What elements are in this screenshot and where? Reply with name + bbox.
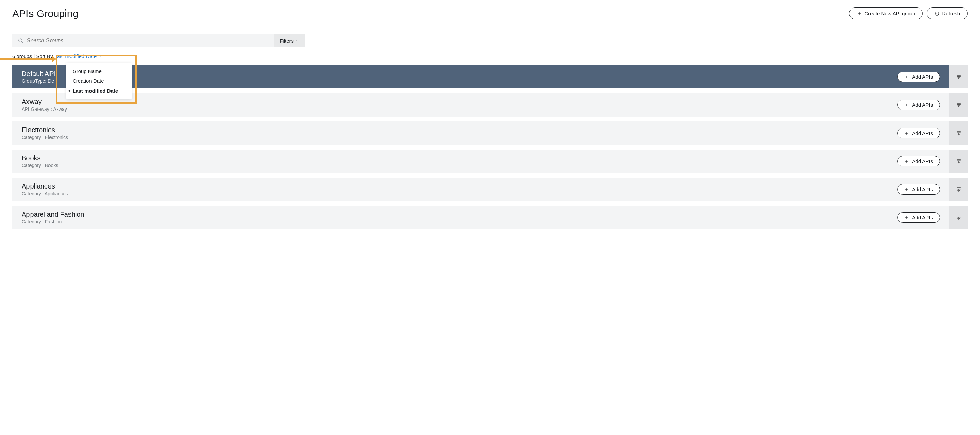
add-apis-button[interactable]: Add APIs [897, 212, 940, 223]
sort-current: Last modified Date [54, 53, 97, 59]
row-action-button[interactable] [950, 178, 968, 201]
sort-row: 6 groups | Sort By Last modified Date Gr… [12, 53, 968, 59]
group-title: Axway [22, 98, 67, 106]
create-group-label: Create New API group [864, 11, 915, 16]
sort-option[interactable]: Group Name [67, 66, 132, 76]
group-text: AppliancesCategory : Appliances [22, 182, 68, 196]
search-row: Filters [12, 34, 305, 47]
group-title: Electronics [22, 126, 68, 134]
plus-icon [904, 187, 909, 192]
expand-down-icon [955, 102, 962, 108]
sort-option[interactable]: Last modified Date [67, 86, 132, 96]
add-apis-button[interactable]: Add APIs [897, 72, 940, 82]
plus-icon [857, 11, 862, 16]
group-row[interactable]: AppliancesCategory : AppliancesAdd APIs [12, 178, 968, 201]
group-text: BooksCategory : Books [22, 154, 58, 168]
add-apis-button[interactable]: Add APIs [897, 100, 940, 110]
chevron-down-icon [296, 39, 299, 42]
expand-down-icon [955, 130, 962, 137]
page-title: APIs Grouping [12, 8, 78, 19]
group-main: Apparel and FashionCategory : FashionAdd… [12, 206, 950, 229]
group-main: ElectronicsCategory : ElectronicsAdd API… [12, 121, 950, 145]
group-title: Apparel and Fashion [22, 210, 84, 218]
filters-label: Filters [280, 38, 294, 44]
add-apis-label: Add APIs [912, 158, 933, 164]
sort-option[interactable]: Creation Date [67, 76, 132, 86]
group-text: ElectronicsCategory : Electronics [22, 126, 68, 140]
plus-icon [904, 75, 909, 79]
plus-icon [904, 159, 909, 164]
row-action-button[interactable] [950, 150, 968, 173]
group-row[interactable]: AxwayAPI Gateway : AxwayAdd APIs [12, 93, 968, 116]
row-action-button[interactable] [950, 121, 968, 145]
add-apis-label: Add APIs [912, 186, 933, 192]
svg-line-3 [22, 42, 23, 43]
add-apis-button[interactable]: Add APIs [897, 156, 940, 166]
sort-by-link[interactable]: Last modified Date [54, 53, 101, 59]
add-apis-label: Add APIs [912, 130, 933, 136]
plus-icon [904, 215, 909, 220]
row-action-button[interactable] [950, 206, 968, 229]
expand-down-icon [955, 186, 962, 193]
expand-down-icon [955, 73, 962, 80]
group-main: Default APIGroupType: DeAdd APIs [12, 65, 950, 89]
group-subtitle: Category : Books [22, 163, 58, 168]
group-subtitle: Category : Electronics [22, 135, 68, 140]
add-apis-button[interactable]: Add APIs [897, 128, 940, 138]
group-title: Default API [22, 70, 56, 78]
group-count-text: 6 groups | Sort By [12, 53, 53, 59]
row-action-button[interactable] [950, 93, 968, 116]
search-input[interactable] [27, 38, 268, 44]
sort-dropdown: Group NameCreation DateLast modified Dat… [67, 63, 132, 99]
create-group-button[interactable]: Create New API group [849, 8, 923, 19]
group-subtitle: Category : Fashion [22, 219, 84, 225]
page-header: APIs Grouping Create New API group Refre… [12, 8, 968, 19]
group-title: Appliances [22, 182, 68, 190]
groups-list: Default APIGroupType: DeAdd APIsAxwayAPI… [12, 65, 968, 229]
refresh-button[interactable]: Refresh [927, 8, 968, 19]
group-main: AppliancesCategory : AppliancesAdd APIs [12, 178, 950, 201]
group-row[interactable]: Default APIGroupType: DeAdd APIs [12, 65, 968, 89]
group-row[interactable]: BooksCategory : BooksAdd APIs [12, 150, 968, 173]
group-text: Default APIGroupType: De [22, 70, 56, 84]
search-icon [18, 38, 23, 44]
row-action-button[interactable] [950, 65, 968, 89]
refresh-label: Refresh [942, 11, 960, 16]
group-subtitle: API Gateway : Axway [22, 107, 67, 112]
group-subtitle: GroupType: De [22, 78, 56, 84]
group-subtitle: Category : Appliances [22, 191, 68, 196]
chevron-up-icon [98, 54, 101, 58]
group-text: AxwayAPI Gateway : Axway [22, 98, 67, 112]
search-box[interactable] [12, 34, 274, 47]
add-apis-label: Add APIs [912, 215, 933, 220]
group-text: Apparel and FashionCategory : Fashion [22, 210, 84, 225]
refresh-icon [935, 11, 939, 16]
group-row[interactable]: Apparel and FashionCategory : FashionAdd… [12, 206, 968, 229]
header-actions: Create New API group Refresh [849, 8, 968, 19]
group-title: Books [22, 154, 58, 162]
plus-icon [904, 103, 909, 107]
add-apis-button[interactable]: Add APIs [897, 184, 940, 194]
plus-icon [904, 131, 909, 135]
expand-down-icon [955, 214, 962, 221]
expand-down-icon [955, 158, 962, 165]
group-row[interactable]: ElectronicsCategory : ElectronicsAdd API… [12, 121, 968, 145]
svg-point-2 [19, 39, 22, 42]
add-apis-label: Add APIs [912, 74, 933, 80]
add-apis-label: Add APIs [912, 102, 933, 108]
filters-button[interactable]: Filters [274, 34, 305, 47]
group-main: AxwayAPI Gateway : AxwayAdd APIs [12, 93, 950, 116]
group-main: BooksCategory : BooksAdd APIs [12, 150, 950, 173]
